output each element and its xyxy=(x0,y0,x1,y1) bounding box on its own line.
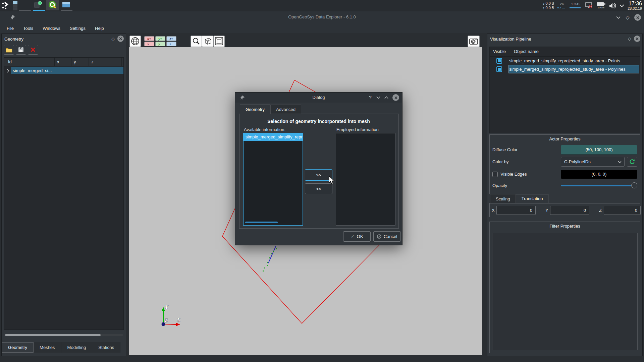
show-bounding-box-button[interactable] xyxy=(202,36,213,47)
column-x[interactable]: x xyxy=(57,59,59,64)
save-button[interactable] xyxy=(16,45,26,55)
y-field[interactable]: 0 xyxy=(550,206,589,215)
dialog-unshade-button[interactable] xyxy=(383,94,390,101)
minimize-button[interactable] xyxy=(614,14,622,21)
square-in-square-icon xyxy=(215,37,223,46)
visibility-checkbox-checked[interactable] xyxy=(496,58,502,64)
launcher-icon[interactable] xyxy=(2,1,11,10)
open-file-button[interactable] xyxy=(4,45,14,55)
task-button-2[interactable] xyxy=(33,0,46,11)
list-item-selected[interactable]: simple_merged_simplify_repr xyxy=(244,133,303,141)
color-by-select[interactable]: C-PolylineIDs xyxy=(561,157,625,167)
dialog-tab-geometry[interactable]: Geometry xyxy=(240,105,270,114)
close-button[interactable] xyxy=(634,14,641,21)
fit-view-button[interactable] xyxy=(213,36,225,47)
dock-tab-bar: Geometry Meshes Modelling Stations xyxy=(2,342,120,353)
employed-information-list[interactable] xyxy=(336,133,395,226)
horizontal-scrollbar[interactable] xyxy=(4,334,123,336)
geometry-table-header[interactable]: Id x y z n xyxy=(4,58,123,66)
visible-edges-checkbox[interactable] xyxy=(492,172,498,177)
z-field[interactable]: 0 xyxy=(604,206,641,215)
view-y-minus-button[interactable]: y− xyxy=(155,42,165,46)
visibility-checkbox-checked[interactable] xyxy=(496,66,502,72)
ok-button[interactable]: ✓ OK xyxy=(343,231,371,242)
tray-expand-chevron-icon[interactable] xyxy=(620,4,624,7)
tab-stations[interactable]: Stations xyxy=(92,342,120,353)
maximize-button[interactable]: ◇ xyxy=(624,14,631,21)
opacity-label: Opacity xyxy=(492,183,507,188)
column-y[interactable]: y xyxy=(74,59,76,64)
move-left-button[interactable]: << xyxy=(305,183,332,194)
float-dock-icon[interactable]: ◇ xyxy=(111,36,115,41)
pager-desktop-3[interactable] xyxy=(13,7,17,10)
task-button-1[interactable] xyxy=(18,0,32,11)
view-z-plus-button[interactable]: z+ xyxy=(166,36,176,41)
virtual-desktop-pager[interactable] xyxy=(13,1,17,10)
task-button-qgis[interactable] xyxy=(46,0,59,10)
pipeline-row-polylines[interactable]: simple_merged_simplify_reprojected_study… xyxy=(490,65,640,73)
memory-monitor[interactable]: 1.05G xyxy=(570,3,581,9)
tab-geometry[interactable]: Geometry xyxy=(2,342,34,353)
column-visible[interactable]: Visible xyxy=(493,49,506,54)
close-dock-button[interactable] xyxy=(117,36,124,42)
view-y-plus-button[interactable]: y+ xyxy=(155,36,165,41)
screenshot-button[interactable] xyxy=(468,36,480,47)
dialog-tab-advanced[interactable]: Advanced xyxy=(270,105,301,114)
column-z[interactable]: z xyxy=(91,59,94,64)
menu-help[interactable]: Help xyxy=(90,24,109,32)
refresh-button[interactable] xyxy=(627,157,637,167)
list-horizontal-scrollbar[interactable] xyxy=(245,222,278,223)
zoom-button[interactable] xyxy=(191,36,202,47)
globe-view-button[interactable] xyxy=(129,36,141,47)
pipeline-row-points[interactable]: simple_merged_simplify_reprojected_study… xyxy=(490,57,640,65)
clock[interactable]: 17:36 28.02.19 xyxy=(628,1,642,11)
diffuse-color-button[interactable]: (50, 100, 100) xyxy=(561,145,637,155)
cpu-monitor[interactable]: 7% xyxy=(557,3,566,9)
axes-triad: Y X Z xyxy=(162,304,181,326)
filter-properties-content xyxy=(492,233,638,350)
tab-meshes[interactable]: Meshes xyxy=(34,342,61,353)
dialog-help-button[interactable]: ? xyxy=(367,94,374,101)
volume-icon[interactable] xyxy=(609,2,616,9)
column-id[interactable]: Id xyxy=(8,59,12,64)
tab-modelling[interactable]: Modelling xyxy=(61,342,93,353)
geometry-dock-header[interactable]: Geometry ◇ xyxy=(2,34,126,44)
view-z-minus-button[interactable]: z− xyxy=(166,42,176,46)
pager-desktop-2[interactable] xyxy=(13,4,17,7)
network-monitor[interactable]: ↓ 0.0 B ↑ 0.0 B xyxy=(543,1,554,9)
dialog-close-button[interactable] xyxy=(392,94,399,101)
window-titlebar[interactable]: OpenGeoSys Data Explorer - 6.1.0 ◇ xyxy=(0,11,644,23)
display-disconnected-icon[interactable] xyxy=(584,2,593,9)
slider-handle[interactable] xyxy=(631,182,637,188)
view-x-minus-button[interactable]: x− xyxy=(144,42,154,46)
group-title: Actor Properties xyxy=(490,135,640,141)
opacity-slider[interactable] xyxy=(561,182,637,188)
battery-indicator[interactable]: 100% xyxy=(596,2,605,9)
menu-file[interactable]: File xyxy=(2,24,18,32)
menu-windows[interactable]: Windows xyxy=(38,24,65,32)
expand-chevron-icon[interactable] xyxy=(7,69,9,73)
pipeline-dock-header[interactable]: Visualization Pipeline ◇ xyxy=(487,34,642,44)
task-button-3[interactable] xyxy=(60,0,73,11)
pipeline-header[interactable]: Visible Object name xyxy=(490,47,640,57)
move-right-button[interactable]: >> xyxy=(305,169,332,181)
tab-translation[interactable]: Translation xyxy=(516,194,549,203)
window-icon xyxy=(62,2,70,8)
menu-settings[interactable]: Settings xyxy=(65,24,90,32)
float-dock-icon[interactable]: ◇ xyxy=(628,36,631,41)
x-field[interactable]: 0 xyxy=(496,206,536,215)
available-information-list[interactable]: simple_merged_simplify_repr xyxy=(243,133,303,226)
view-x-plus-button[interactable]: x+ xyxy=(144,36,154,41)
menu-tools[interactable]: Tools xyxy=(18,24,38,32)
remove-button[interactable] xyxy=(28,45,38,55)
tab-scaling[interactable]: Scaling xyxy=(490,194,516,203)
edge-color-button[interactable]: (0, 0, 0) xyxy=(561,170,637,179)
scrollbar-thumb[interactable] xyxy=(5,334,101,336)
dialog-shade-button[interactable] xyxy=(375,94,382,101)
pager-desktop-1[interactable] xyxy=(13,1,17,4)
dialog-titlebar[interactable]: Dialog ? xyxy=(235,93,402,103)
cancel-button[interactable]: Cancel xyxy=(373,231,401,242)
geometry-tree-row[interactable]: simple_merged_si... xyxy=(4,66,123,74)
column-object-name[interactable]: Object name xyxy=(514,49,539,54)
close-dock-button[interactable] xyxy=(634,36,640,42)
